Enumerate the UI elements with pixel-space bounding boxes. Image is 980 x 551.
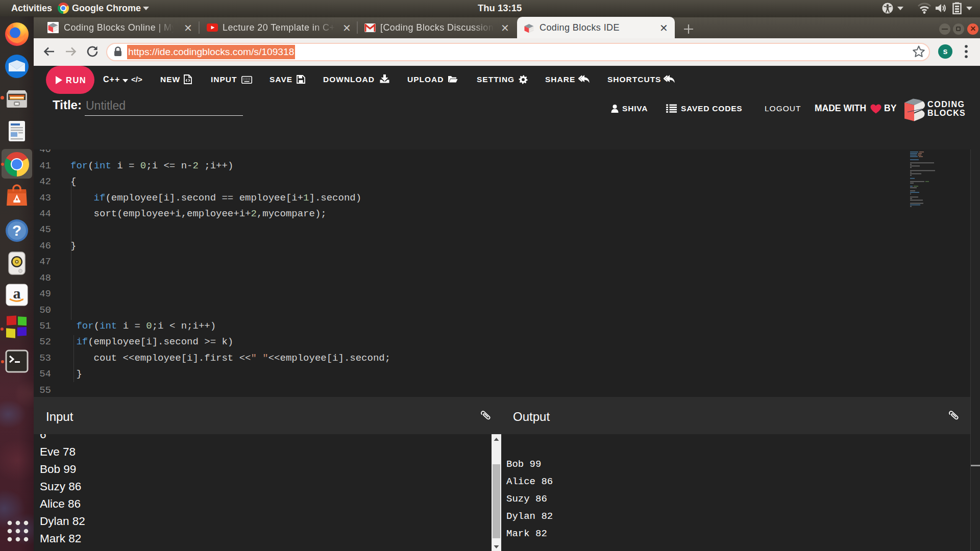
svg-text:a: a: [13, 285, 21, 302]
svg-text:?: ?: [12, 222, 21, 239]
